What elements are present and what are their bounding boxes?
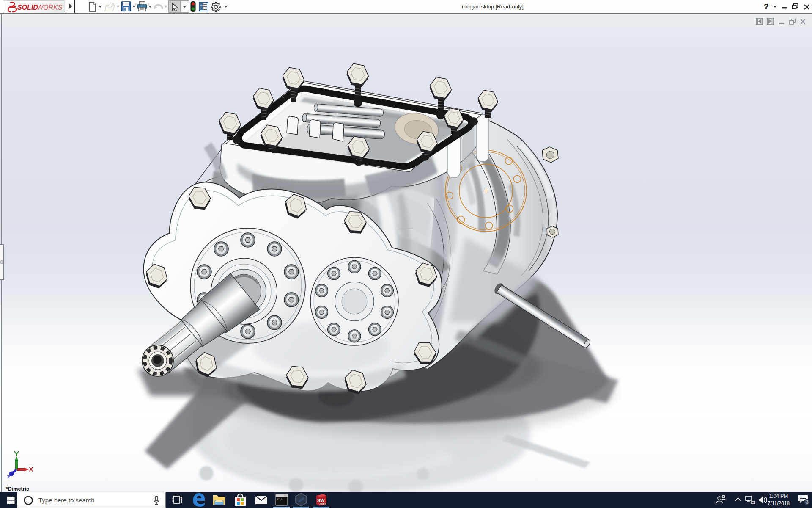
svg-text:?: ? xyxy=(764,2,769,11)
svg-text:SOLID: SOLID xyxy=(17,4,38,11)
svg-text:2017: 2017 xyxy=(319,502,326,505)
svg-text:C:\_: C:\_ xyxy=(277,497,285,501)
svg-text:3: 3 xyxy=(806,500,809,505)
svg-text:WORKS: WORKS xyxy=(37,4,63,11)
